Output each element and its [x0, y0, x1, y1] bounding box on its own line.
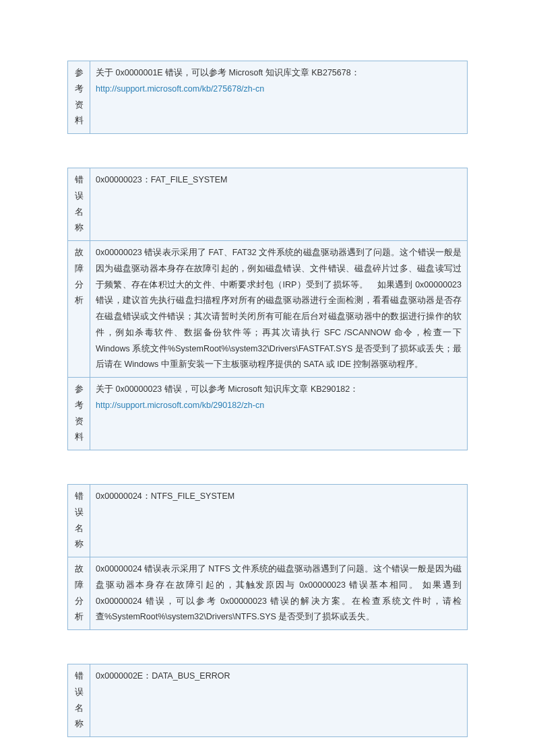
info-table-3: 错误名称 0x00000024：NTFS_FILE_SYSTEM 故障分析 0x…	[67, 484, 468, 630]
error-name-cell: 0x00000024：NTFS_FILE_SYSTEM	[90, 485, 468, 557]
error-name-text: 0x00000024：NTFS_FILE_SYSTEM	[96, 491, 234, 501]
reference-text: 关于 0x0000001E 错误，可以参考 Microsoft 知识库文章 KB…	[96, 68, 360, 77]
table-row: 参考资料 关于 0x00000023 错误，可以参考 Microsoft 知识库…	[68, 378, 468, 450]
row-label: 错误名称	[68, 168, 90, 241]
info-table-2: 错误名称 0x00000023：FAT_FILE_SYSTEM 故障分析 0x0…	[67, 168, 468, 450]
reference-link[interactable]: http://support.microsoft.com/kb/290182/z…	[96, 401, 264, 410]
info-table-4: 错误名称 0x0000002E：DATA_BUS_ERROR	[67, 664, 468, 737]
reference-text: 关于 0x00000023 错误，可以参考 Microsoft 知识库文章 KB…	[96, 384, 358, 394]
table-row: 参考资料 关于 0x0000001E 错误，可以参考 Microsoft 知识库…	[68, 61, 468, 134]
error-name-text: 0x0000002E：DATA_BUS_ERROR	[96, 671, 230, 681]
analysis-text: 0x00000023 错误表示采用了 FAT、FAT32 文件系统的磁盘驱动器遇…	[96, 248, 462, 369]
analysis-text: 0x00000024 错误表示采用了 NTFS 文件系统的磁盘驱动器遇到了问题。…	[96, 564, 462, 621]
table-row: 错误名称 0x0000002E：DATA_BUS_ERROR	[68, 664, 468, 737]
info-table-1: 参考资料 关于 0x0000001E 错误，可以参考 Microsoft 知识库…	[67, 61, 468, 134]
error-name-cell: 0x0000002E：DATA_BUS_ERROR	[90, 664, 468, 737]
row-label: 故障分析	[68, 241, 90, 378]
table-row: 错误名称 0x00000024：NTFS_FILE_SYSTEM	[68, 485, 468, 557]
row-label: 错误名称	[68, 485, 90, 557]
row-label: 故障分析	[68, 557, 90, 630]
table-row: 错误名称 0x00000023：FAT_FILE_SYSTEM	[68, 168, 468, 241]
reference-link[interactable]: http://support.microsoft.com/kb/275678/z…	[96, 84, 264, 94]
analysis-cell: 0x00000024 错误表示采用了 NTFS 文件系统的磁盘驱动器遇到了问题。…	[90, 557, 468, 630]
analysis-cell: 0x00000023 错误表示采用了 FAT、FAT32 文件系统的磁盘驱动器遇…	[90, 241, 468, 378]
document-page: 参考资料 关于 0x0000001E 错误，可以参考 Microsoft 知识库…	[0, 0, 535, 756]
row-label: 参考资料	[68, 61, 90, 134]
row-label: 错误名称	[68, 664, 90, 737]
row-content: 关于 0x0000001E 错误，可以参考 Microsoft 知识库文章 KB…	[90, 61, 468, 134]
reference-cell: 关于 0x00000023 错误，可以参考 Microsoft 知识库文章 KB…	[90, 378, 468, 450]
error-name-text: 0x00000023：FAT_FILE_SYSTEM	[96, 175, 228, 184]
error-name-cell: 0x00000023：FAT_FILE_SYSTEM	[90, 168, 468, 241]
table-row: 故障分析 0x00000023 错误表示采用了 FAT、FAT32 文件系统的磁…	[68, 241, 468, 378]
table-row: 故障分析 0x00000024 错误表示采用了 NTFS 文件系统的磁盘驱动器遇…	[68, 557, 468, 630]
row-label: 参考资料	[68, 378, 90, 450]
